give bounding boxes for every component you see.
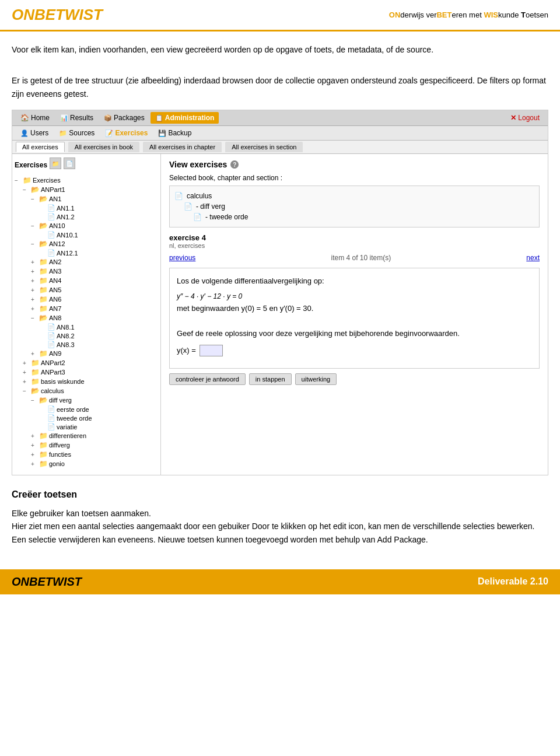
intro-para1: Voor elk item kan, indien voorhanden, ee… <box>12 43 548 56</box>
tree-item-functies[interactable]: + 📁 functies <box>31 450 158 459</box>
diff-verg-icon: 📄 <box>184 202 192 211</box>
tree-root: − 📁 Exercises − 📂 ANPart1 <box>15 175 158 469</box>
tree-item-an101[interactable]: 📄 AN10.1 <box>39 230 158 239</box>
sidebar-header: Exercises 📁 📄 <box>15 158 158 173</box>
section-title: Creëer toetsen <box>12 487 548 502</box>
tree-item-anpart1[interactable]: − 📂 ANPart1 <box>23 185 158 194</box>
nav-logout[interactable]: ✕ Logout <box>506 112 544 124</box>
selected-diff-verg: 📄 - diff verg <box>174 201 534 212</box>
tree-item-an4[interactable]: + 📁 AN4 <box>31 276 158 285</box>
prev-button[interactable]: previous <box>169 254 195 262</box>
tree-item-diff-verg[interactable]: − 📂 diff verg <box>31 396 158 405</box>
exercise-sub: nl, exercises <box>169 242 540 249</box>
exercise-formula1: y″ − 4 · y′ − 12 · y = 0 <box>177 292 532 300</box>
sub-nav-sources[interactable]: 📁 Sources <box>54 128 99 138</box>
tree-item-an10[interactable]: − 📂 AN10 <box>31 221 158 230</box>
tree-item-anpart3[interactable]: + 📁 ANPart3 <box>23 368 158 377</box>
exercise-title: exercise 4 <box>169 233 540 242</box>
sidebar-icon-btn-1[interactable]: 📁 <box>50 158 61 169</box>
tree-item-an81[interactable]: 📄 AN8.1 <box>39 323 158 331</box>
tree-item-diffverg[interactable]: + 📁 diffverg <box>31 440 158 450</box>
sub-nav-backup[interactable]: 💾 Backup <box>153 128 196 138</box>
tree-item-an3[interactable]: + 📁 AN3 <box>31 267 158 276</box>
selected-label: Selected book, chapter and section : <box>169 174 540 182</box>
tree-item-basis-wiskunde[interactable]: + 📁 basis wiskunde <box>23 377 158 386</box>
tagline-wis: WIS <box>484 10 498 19</box>
logout-icon: ✕ <box>510 114 516 122</box>
tagline-on: ON <box>389 10 401 19</box>
intro-para2: Er is getest of de tree structuur (zie a… <box>12 74 548 100</box>
tweede-orde-icon: 📄 <box>193 213 202 221</box>
tab-bar: All exercises All exercises in book All … <box>12 141 548 154</box>
tree-item-an121[interactable]: 📄 AN12.1 <box>39 249 158 257</box>
nav-info: item 4 of 10 item(s) <box>331 254 391 262</box>
app-main: Exercises 📁 📄 − 📁 Exercises <box>12 154 548 475</box>
exercise-box: Los de volgende differentiaalvergelijkin… <box>169 268 540 368</box>
sidebar-icons: 📁 📄 <box>50 158 75 169</box>
selected-calculus: 📄 calculus <box>174 191 534 201</box>
tree-item-variatie[interactable]: 📄 variatie <box>39 422 158 431</box>
tree-item-anpart2[interactable]: + 📁 ANPart2 <box>23 358 158 368</box>
steps-button[interactable]: in stappen <box>249 373 292 385</box>
next-button[interactable]: next <box>526 254 540 262</box>
app-screenshot: 🏠 Home 📊 Results 📦 Packages 📋 Administra… <box>12 110 548 475</box>
bottom-text: Creëer toetsen Elke gebruiker kan toetse… <box>12 487 548 546</box>
tree-item-tweede-orde[interactable]: 📄 tweede orde <box>39 414 158 422</box>
selected-tweede-orde: 📄 - tweede orde <box>174 212 534 222</box>
tree-item-gonio[interactable]: + 📁 gonio <box>31 459 158 468</box>
footer-deliverable: Deliverable 2.10 <box>478 576 548 587</box>
folder-icon: 📁 <box>23 176 32 184</box>
selected-box: 📄 calculus 📄 - diff verg 📄 - tweede orde <box>169 186 540 228</box>
sidebar: Exercises 📁 📄 − 📁 Exercises <box>12 154 161 475</box>
tab-all-exercises[interactable]: All exercises <box>16 142 65 152</box>
solution-button[interactable]: uitwerking <box>295 373 337 385</box>
tree-item-an12[interactable]: 📄 AN1.2 <box>39 212 158 221</box>
exercise-line2: met beginwaarden y(0) = 5 en y′(0) = 30. <box>177 303 532 315</box>
nav-administration[interactable]: 📋 Administration <box>150 112 219 124</box>
calculus-icon: 📄 <box>174 192 183 200</box>
nav-packages[interactable]: 📦 Packages <box>99 112 149 124</box>
tree-item-an5[interactable]: + 📁 AN5 <box>31 285 158 295</box>
tree-item-an9[interactable]: + 📁 AN9 <box>31 349 158 358</box>
help-icon[interactable]: ? <box>230 160 239 169</box>
exercise-line3: Geef de reele oplossing voor deze vergel… <box>177 328 532 340</box>
tagline: ONderwijs verBETeren met WISkunde Toetse… <box>389 10 548 19</box>
sub-nav-exercises[interactable]: 📝 Exercises <box>100 128 152 138</box>
tree-item-an6[interactable]: + 📁 AN6 <box>31 295 158 304</box>
tab-exercises-in-book[interactable]: All exercises in book <box>68 142 139 152</box>
tree-item-an2[interactable]: + 📁 AN2 <box>31 257 158 267</box>
page-header: ONBETWIST ONderwijs verBETeren met WISku… <box>0 0 560 32</box>
tree-item-an1[interactable]: − 📂 AN1 <box>31 194 158 204</box>
sub-nav: 👤 Users 📁 Sources 📝 Exercises 💾 Backup <box>12 126 548 141</box>
bottom-para1: Elke gebruiker kan toetsen aanmaken. <box>12 507 548 520</box>
content-panel: View exercises ? Selected book, chapter … <box>161 154 548 475</box>
tree-toggle-exercises: − <box>15 177 22 184</box>
tree-item-an7[interactable]: + 📁 AN7 <box>31 304 158 313</box>
action-buttons: controleer je antwoord in stappen uitwer… <box>169 373 540 385</box>
tree-item-an82[interactable]: 📄 AN8.2 <box>39 331 158 340</box>
tree-item-an8[interactable]: − 📂 AN8 <box>31 313 158 323</box>
bottom-para2: Hier ziet men een aantal selecties aange… <box>12 520 548 546</box>
nav-bar: 🏠 Home 📊 Results 📦 Packages 📋 Administra… <box>12 110 548 126</box>
nav-results[interactable]: 📊 Results <box>55 112 98 124</box>
exercise-info: exercise 4 nl, exercises <box>169 233 540 249</box>
footer-logo: ONBETWIST <box>12 575 82 589</box>
nav-home[interactable]: 🏠 Home <box>16 112 54 124</box>
tree-item-eerste-orde[interactable]: 📄 eerste orde <box>39 405 158 414</box>
tree-item-differentieren[interactable]: + 📁 differentieren <box>31 431 158 440</box>
main-content: Voor elk item kan, indien voorhanden, ee… <box>0 32 560 558</box>
tree-item-calculus[interactable]: − 📂 calculus <box>23 386 158 396</box>
sidebar-icon-btn-2[interactable]: 📄 <box>64 158 75 169</box>
tree-item-an12-folder[interactable]: − 📂 AN12 <box>31 239 158 249</box>
nav-left: 🏠 Home 📊 Results 📦 Packages 📋 Administra… <box>16 112 219 124</box>
tree-item-an83[interactable]: 📄 AN8.3 <box>39 340 158 349</box>
tab-exercises-in-section[interactable]: All exercises in section <box>225 142 303 152</box>
answer-input[interactable] <box>200 345 223 356</box>
tree-item-exercises[interactable]: − 📁 Exercises <box>15 176 158 185</box>
sub-nav-users[interactable]: 👤 Users <box>16 128 53 138</box>
tab-exercises-in-chapter[interactable]: All exercises in chapter <box>143 142 222 152</box>
tree-item-an11[interactable]: 📄 AN1.1 <box>39 204 158 212</box>
check-answer-button[interactable]: controleer je antwoord <box>169 373 246 385</box>
tagline-bet: BET <box>436 10 452 19</box>
panel-title: View exercises ? <box>169 160 540 169</box>
